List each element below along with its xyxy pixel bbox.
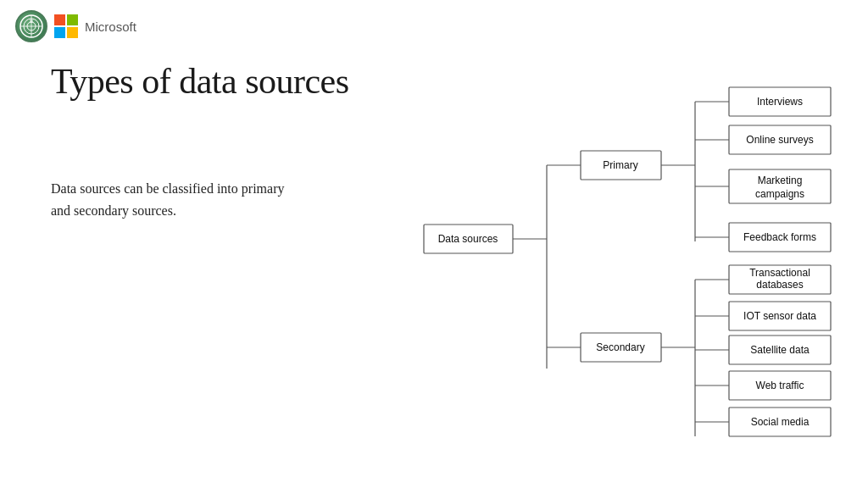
transactional-db-label: Transactional	[749, 267, 810, 279]
svg-text:databases: databases	[756, 279, 803, 291]
slide-title: Types of data sources	[51, 61, 349, 102]
web-traffic-label: Web traffic	[756, 380, 804, 391]
root-label: Data sources	[438, 233, 498, 245]
secondary-label: Secondary	[596, 341, 644, 353]
feedback-forms-label: Feedback forms	[743, 231, 816, 243]
satellite-data-label: Satellite data	[750, 344, 810, 356]
interviews-label: Interviews	[757, 96, 803, 108]
marketing-campaigns-label: Marketing	[758, 175, 803, 186]
microsoft-logo	[54, 14, 78, 38]
header: Microsoft	[15, 10, 136, 42]
svg-text:campaigns: campaigns	[755, 188, 804, 200]
iot-sensor-label: IOT sensor data	[743, 310, 816, 322]
online-surveys-label: Online surveys	[746, 134, 813, 146]
org-logo	[15, 10, 47, 42]
svg-point-5	[30, 19, 33, 23]
social-media-label: Social media	[751, 416, 810, 428]
data-sources-diagram: Data sources Primary Interviews Online s…	[415, 47, 856, 453]
microsoft-label: Microsoft	[85, 19, 136, 34]
primary-label: Primary	[603, 159, 637, 171]
slide-body-text: Data sources can be classified into prim…	[51, 178, 305, 221]
